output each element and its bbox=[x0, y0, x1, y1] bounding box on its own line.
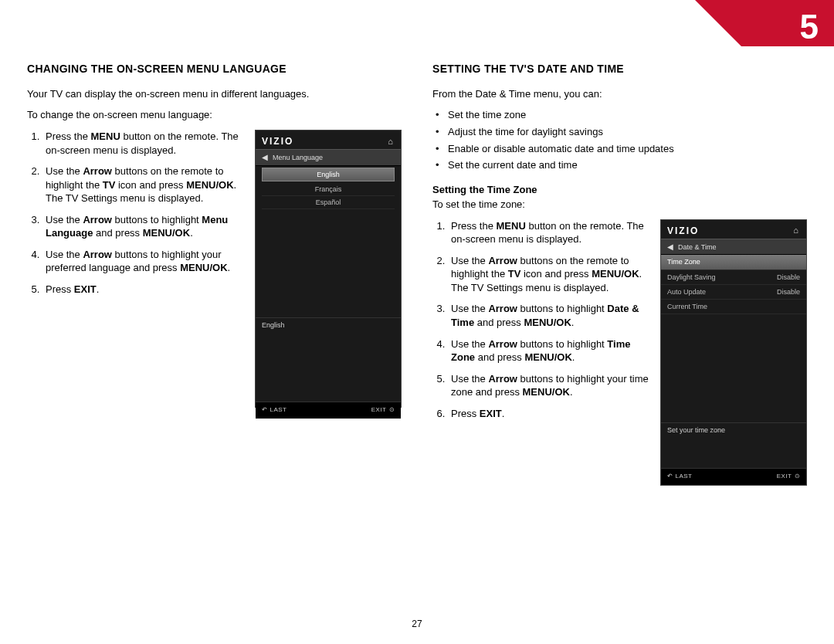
home-icon: ⌂ bbox=[388, 136, 395, 147]
left-step-4: Use the Arrow buttons to highlight your … bbox=[42, 248, 244, 275]
right-bullets: Set the time zone Adjust the time for da… bbox=[432, 108, 807, 171]
right-intro: From the Date & Time menu, you can: bbox=[432, 87, 807, 101]
chapter-tab: 5 bbox=[633, 0, 834, 46]
exit-icon: ⊙ bbox=[795, 473, 801, 481]
exit-icon: ⊙ bbox=[389, 406, 395, 415]
tv1-last: LAST bbox=[270, 406, 287, 415]
chapter-number: 5 bbox=[800, 4, 819, 49]
right-step-3: Use the Arrow buttons to highlight Date … bbox=[448, 302, 649, 329]
tv2-row-autoupdate: Auto Update Disable bbox=[661, 285, 806, 300]
tv2-row-daylight: Daylight Saving Disable bbox=[661, 270, 806, 285]
tv2-last: LAST bbox=[676, 473, 693, 481]
left-heading: CHANGING THE ON-SCREEN MENU LANGUAGE bbox=[27, 62, 402, 76]
tv1-status: English bbox=[256, 317, 401, 332]
last-icon: ↶ bbox=[262, 406, 268, 415]
tv1-exit: EXIT bbox=[371, 406, 387, 415]
left-step-5: Press EXIT. bbox=[42, 283, 244, 297]
tv1-option-espanol: Español bbox=[262, 196, 395, 209]
right-intro-2: To set the time zone: bbox=[432, 198, 807, 212]
right-step-4: Use the Arrow buttons to highlight Time … bbox=[448, 337, 649, 364]
home-icon: ⌂ bbox=[793, 225, 800, 236]
tv1-brand: VIZIO bbox=[262, 135, 293, 147]
page-number: 27 bbox=[0, 618, 834, 630]
bullet-2: Adjust the time for daylight savings bbox=[448, 125, 807, 139]
tv1-option-francais: Français bbox=[262, 183, 395, 196]
left-column: CHANGING THE ON-SCREEN MENU LANGUAGE You… bbox=[27, 62, 402, 486]
tv-menu-language-screenshot: VIZIO ⌂ ◀ Menu Language English Français… bbox=[255, 130, 402, 408]
bullet-4: Set the current date and time bbox=[448, 158, 807, 172]
left-step-3: Use the Arrow buttons to highlight Menu … bbox=[42, 213, 244, 240]
right-subhead: Setting the Time Zone bbox=[432, 183, 807, 197]
tv2-crumb: Date & Time bbox=[678, 242, 717, 252]
tv-date-time-screenshot: VIZIO ⌂ ◀ Date & Time Time Zone Daylight… bbox=[660, 219, 807, 486]
left-intro-1: Your TV can display the on-screen menu i… bbox=[27, 87, 402, 101]
tv2-row-timezone: Time Zone bbox=[661, 255, 806, 269]
tv1-crumb: Menu Language bbox=[273, 153, 323, 162]
right-step-2: Use the Arrow buttons on the remote to h… bbox=[448, 254, 649, 295]
right-step-1: Press the MENU button on the remote. The… bbox=[448, 219, 649, 246]
tv2-status: Set your time zone bbox=[661, 422, 806, 437]
tv2-row-currenttime: Current Time bbox=[661, 300, 806, 314]
last-icon: ↶ bbox=[667, 473, 673, 481]
tv1-option-english: English bbox=[262, 168, 395, 181]
right-steps: Press the MENU button on the remote. The… bbox=[432, 219, 649, 421]
right-column: SETTING THE TV'S DATE AND TIME From the … bbox=[432, 62, 807, 486]
right-step-6: Press EXIT. bbox=[448, 407, 649, 421]
left-intro-2: To change the on-screen menu language: bbox=[27, 108, 402, 122]
left-step-2: Use the Arrow buttons on the remote to h… bbox=[42, 164, 244, 205]
tv2-exit: EXIT bbox=[777, 473, 792, 481]
tv2-brand: VIZIO bbox=[667, 225, 699, 237]
bullet-1: Set the time zone bbox=[448, 108, 807, 122]
left-step-1: Press the MENU button on the remote. The… bbox=[42, 130, 244, 157]
bullet-3: Enable or disable automatic date and tim… bbox=[448, 142, 807, 156]
back-arrow-icon: ◀ bbox=[667, 242, 673, 253]
right-heading: SETTING THE TV'S DATE AND TIME bbox=[432, 62, 807, 76]
right-step-5: Use the Arrow buttons to highlight your … bbox=[448, 372, 649, 399]
back-arrow-icon: ◀ bbox=[262, 152, 268, 163]
left-steps: Press the MENU button on the remote. The… bbox=[27, 130, 244, 296]
